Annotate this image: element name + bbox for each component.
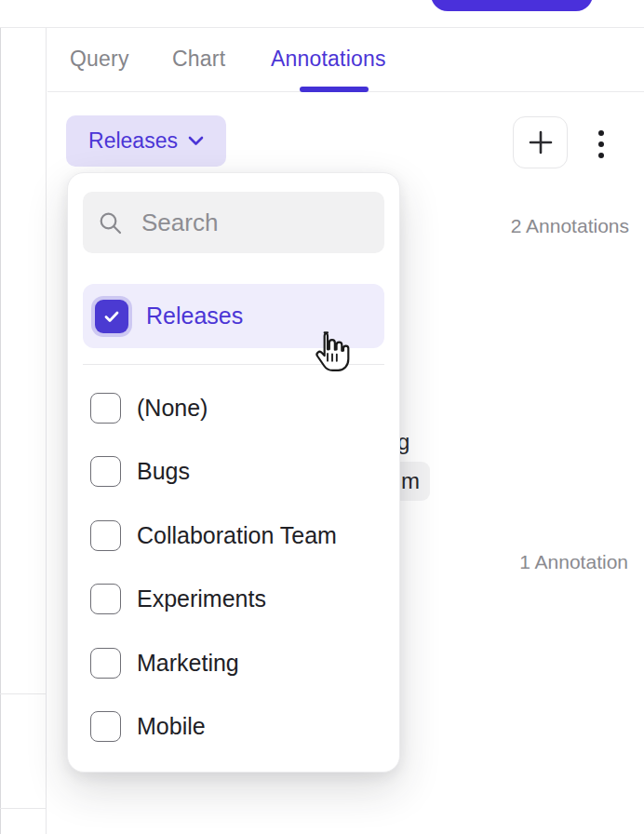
dropdown-search-box[interactable]: [83, 192, 384, 253]
dropdown-divider: [83, 364, 384, 365]
left-sidebar-rail: [0, 28, 47, 834]
kebab-menu-icon: [598, 130, 604, 158]
tab-chart[interactable]: Chart: [172, 47, 225, 72]
more-options-button[interactable]: [587, 125, 615, 164]
option-label: (None): [137, 395, 208, 422]
checkbox-unchecked[interactable]: [90, 711, 121, 742]
checkbox-unchecked[interactable]: [90, 393, 121, 424]
checkbox-unchecked[interactable]: [90, 648, 121, 679]
checkbox-checked[interactable]: [95, 300, 128, 333]
option-label: Collaboration Team: [137, 522, 337, 549]
checkbox-unchecked[interactable]: [90, 584, 121, 614]
releases-filter-dropdown-button[interactable]: Releases: [66, 115, 226, 167]
annotation-group-count: 2 Annotations: [511, 215, 629, 237]
tab-query[interactable]: Query: [70, 47, 129, 72]
option-label: Bugs: [137, 458, 190, 485]
primary-action-button[interactable]: [431, 0, 593, 11]
checkbox-unchecked[interactable]: [90, 456, 121, 487]
filter-button-label: Releases: [88, 128, 178, 154]
search-input[interactable]: [141, 208, 453, 237]
option-label: Experiments: [137, 585, 266, 612]
add-annotation-button[interactable]: [513, 116, 568, 168]
checkmark-icon: [102, 307, 121, 326]
releases-filter-dropdown-panel: Releases (None) Bugs Collaboration Team …: [67, 172, 400, 773]
option-label: Mobile: [137, 713, 206, 740]
option-row-collaboration-team[interactable]: Collaboration Team: [90, 518, 337, 553]
option-label: Releases: [146, 303, 243, 330]
option-row-mobile[interactable]: Mobile: [90, 708, 206, 744]
option-label: Marketing: [137, 650, 239, 677]
search-icon: [98, 210, 123, 235]
tab-annotations[interactable]: Annotations: [271, 47, 386, 72]
option-row-bugs[interactable]: Bugs: [90, 453, 190, 489]
rail-divider: [0, 693, 47, 694]
option-row-releases-selected[interactable]: Releases: [83, 284, 384, 348]
annotation-group-count: 1 Annotation: [519, 551, 628, 573]
chevron-down-icon: [188, 136, 204, 146]
top-bar: [0, 0, 644, 28]
option-row-marketing[interactable]: Marketing: [90, 645, 239, 680]
rail-divider: [0, 808, 47, 809]
option-row-experiments[interactable]: Experiments: [90, 581, 266, 616]
plus-icon: [527, 128, 555, 156]
option-row-none[interactable]: (None): [90, 390, 208, 425]
checkbox-unchecked[interactable]: [90, 520, 121, 551]
active-tab-underline: [300, 87, 369, 92]
